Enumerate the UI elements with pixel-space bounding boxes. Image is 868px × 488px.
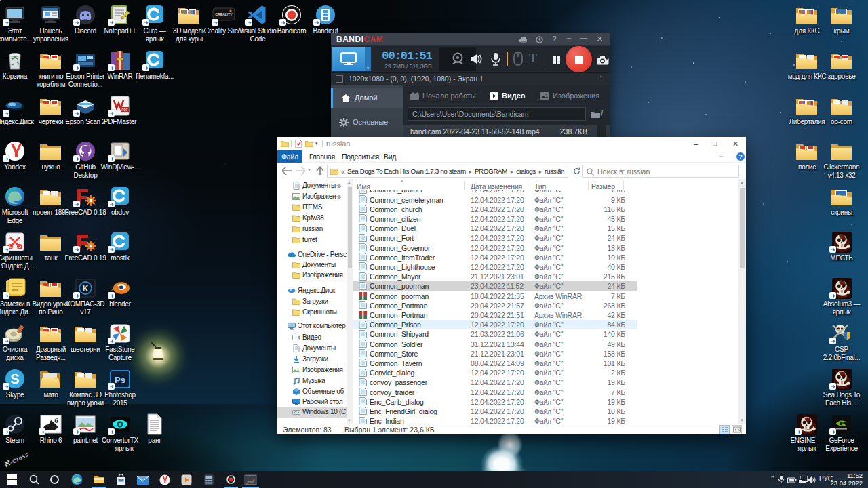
- svg-text:PDF: PDF: [122, 108, 128, 112]
- svg-text:Ps: Ps: [115, 375, 125, 385]
- svg-text:K: K: [83, 284, 89, 293]
- svg-text:S: S: [10, 371, 19, 386]
- svg-text:6: 6: [54, 416, 58, 424]
- svg-text:CREALITY: CREALITY: [215, 12, 233, 16]
